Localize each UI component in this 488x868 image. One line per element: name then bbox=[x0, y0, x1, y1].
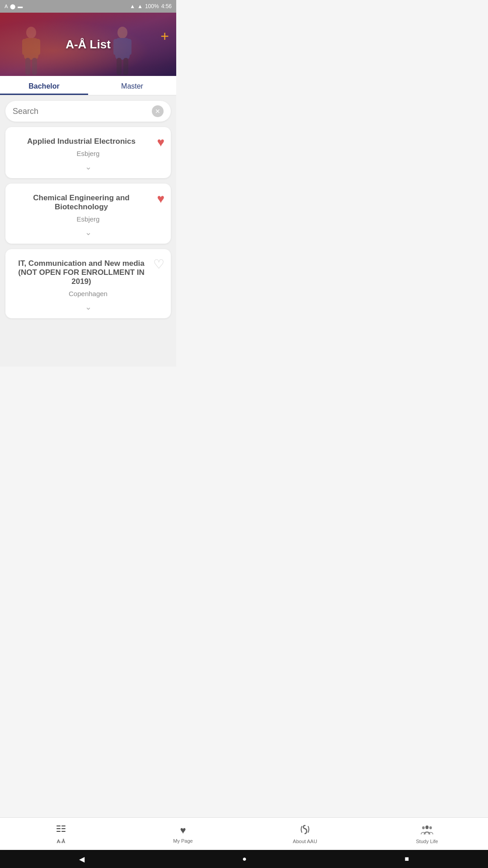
svg-rect-3 bbox=[36, 39, 40, 55]
program-title-1: Applied Industrial Electronics bbox=[13, 137, 164, 146]
status-icon-circle: ⬤ bbox=[10, 4, 15, 9]
status-right-info: ▲ ▲ 100% 4:56 bbox=[130, 3, 172, 9]
expand-chevron-2[interactable]: ⌄ bbox=[13, 227, 164, 237]
status-wifi-icon: ▲ bbox=[130, 3, 135, 9]
program-location-3: Copenhagen bbox=[13, 290, 164, 297]
hero-banner: A-Å List + bbox=[0, 13, 176, 76]
status-time: 4:56 bbox=[161, 3, 172, 9]
status-icon-a: A bbox=[5, 4, 8, 9]
tab-bar: Bachelor Master bbox=[0, 76, 176, 95]
hero-person-left bbox=[18, 26, 72, 76]
svg-rect-4 bbox=[25, 58, 30, 75]
svg-rect-10 bbox=[117, 58, 122, 75]
program-card-3[interactable]: IT, Communication and New media (NOT OPE… bbox=[5, 249, 171, 318]
tab-bachelor[interactable]: Bachelor bbox=[0, 76, 88, 95]
clear-icon: ✕ bbox=[155, 108, 160, 115]
add-button[interactable]: + bbox=[160, 29, 169, 43]
favorite-button-3[interactable]: ♡ bbox=[153, 258, 164, 271]
program-title-2: Chemical Engineering and Biotechnology bbox=[13, 193, 164, 212]
svg-point-6 bbox=[117, 27, 127, 38]
favorite-button-2[interactable]: ♥ bbox=[157, 193, 164, 205]
status-icon-card: ▬ bbox=[18, 4, 23, 9]
svg-rect-9 bbox=[127, 39, 131, 55]
program-title-3: IT, Communication and New media (NOT OPE… bbox=[13, 259, 164, 286]
status-battery: 100% bbox=[145, 3, 159, 9]
svg-rect-5 bbox=[32, 58, 37, 75]
program-location-1: Esbjerg bbox=[13, 150, 164, 157]
search-clear-button[interactable]: ✕ bbox=[152, 105, 164, 117]
status-signal-icon: ▲ bbox=[137, 3, 143, 9]
program-card-2[interactable]: Chemical Engineering and Biotechnology E… bbox=[5, 184, 171, 244]
svg-rect-8 bbox=[113, 39, 118, 55]
expand-chevron-3[interactable]: ⌄ bbox=[13, 302, 164, 312]
svg-point-0 bbox=[26, 27, 36, 38]
program-location-2: Esbjerg bbox=[13, 215, 164, 223]
main-content: ✕ Applied Industrial Electronics Esbjerg… bbox=[0, 95, 176, 367]
svg-rect-2 bbox=[22, 39, 27, 55]
favorite-button-1[interactable]: ♥ bbox=[157, 136, 164, 149]
status-bar: A ⬤ ▬ ▲ ▲ 100% 4:56 bbox=[0, 0, 176, 13]
hero-title: A-Å List bbox=[66, 38, 111, 52]
search-container[interactable]: ✕ bbox=[5, 101, 171, 122]
svg-rect-11 bbox=[123, 58, 128, 75]
hero-person-right bbox=[109, 26, 159, 76]
search-input[interactable] bbox=[13, 107, 152, 116]
program-card-1[interactable]: Applied Industrial Electronics Esbjerg ⌄… bbox=[5, 127, 171, 178]
tab-master[interactable]: Master bbox=[88, 76, 176, 95]
expand-chevron-1[interactable]: ⌄ bbox=[13, 162, 164, 172]
status-left-icons: A ⬤ ▬ bbox=[5, 4, 23, 9]
